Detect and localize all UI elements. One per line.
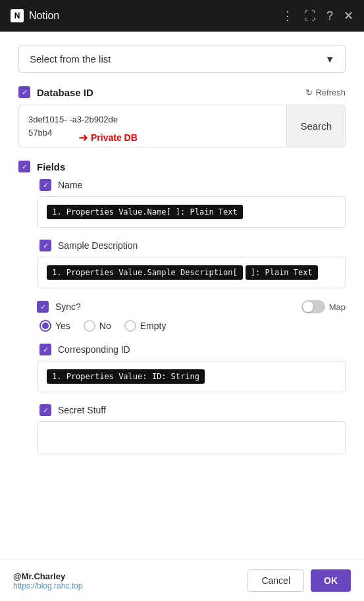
footer: @Mr.Charley https://blog.rahc.top Cancel… bbox=[0, 560, 364, 601]
sample-desc-label: Sample Description bbox=[58, 240, 138, 251]
sync-toggle[interactable] bbox=[301, 300, 325, 313]
db-id-part1: 3def1015- bbox=[28, 115, 67, 124]
database-id-left: ✓ Database ID bbox=[18, 86, 93, 98]
name-label: Name bbox=[58, 180, 82, 190]
title-bar: N Notion ⋮ ⛶ ? ✕ bbox=[0, 0, 364, 32]
db-id-part2: -a3-2b902de bbox=[69, 115, 118, 124]
corresponding-id-label: Corresponding ID bbox=[58, 344, 130, 355]
map-label: Map bbox=[329, 302, 346, 312]
credit-name: @Mr.Charley bbox=[13, 571, 82, 581]
title-bar-left: N Notion bbox=[11, 9, 59, 22]
database-id-section-header: ✓ Database ID ↻ Refresh bbox=[18, 86, 346, 98]
credit-link[interactable]: https://blog.rahc.top bbox=[13, 581, 82, 590]
footer-buttons: Cancel OK bbox=[247, 569, 351, 592]
database-id-checkbox[interactable]: ✓ bbox=[18, 86, 30, 98]
arrow-icon: ➜ bbox=[78, 129, 88, 147]
secret-stuff-label: Secret Stuff bbox=[58, 405, 106, 415]
secret-stuff-field-block: ✓ Secret Stuff bbox=[37, 404, 346, 454]
private-db-label: Private DB bbox=[91, 131, 138, 145]
sample-desc-code-area[interactable]: 1. Properties Value.Sample Description[ … bbox=[37, 257, 346, 288]
fields-label: Fields bbox=[37, 161, 65, 172]
search-button[interactable]: Search bbox=[286, 105, 345, 147]
main-content: Select from the list ▼ ✓ Database ID ↻ R… bbox=[0, 32, 364, 560]
db-id-part3: 57bb4 bbox=[28, 128, 52, 138]
sample-desc-code-pill-2: ]: Plain Text bbox=[246, 265, 318, 280]
sync-radio-group: Yes No Empty bbox=[37, 320, 346, 332]
sample-description-field-block: ✓ Sample Description 1. Properties Value… bbox=[37, 240, 346, 288]
name-checkbox[interactable]: ✓ bbox=[39, 179, 51, 191]
name-code-area[interactable]: 1. Properties Value.Name[ ]: Plain Text bbox=[37, 196, 346, 228]
radio-empty-label: Empty bbox=[140, 321, 167, 331]
sync-left: ✓ Sync? bbox=[37, 301, 81, 313]
secret-stuff-field-header: ✓ Secret Stuff bbox=[39, 404, 346, 416]
corresponding-id-code-area[interactable]: 1. Properties Value: ID: String bbox=[37, 361, 346, 392]
sync-checkbox[interactable]: ✓ bbox=[37, 301, 49, 313]
refresh-button[interactable]: ↻ Refresh bbox=[305, 88, 346, 97]
radio-yes-circle bbox=[39, 320, 51, 332]
name-field-block: ✓ Name 1. Properties Value.Name[ ]: Plai… bbox=[37, 179, 346, 228]
radio-empty[interactable]: Empty bbox=[124, 320, 167, 332]
sample-desc-code-pill-1: 1. Properties Value.Sample Description[ bbox=[47, 265, 243, 280]
sample-desc-field-header: ✓ Sample Description bbox=[39, 240, 346, 251]
select-placeholder: Select from the list bbox=[30, 53, 111, 65]
radio-no-label: No bbox=[99, 321, 111, 331]
radio-yes[interactable]: Yes bbox=[39, 320, 70, 332]
sync-label: Sync? bbox=[55, 301, 81, 312]
expand-icon[interactable]: ⛶ bbox=[304, 9, 316, 23]
corresponding-id-checkbox[interactable]: ✓ bbox=[39, 344, 51, 355]
corresponding-id-field-header: ✓ Corresponding ID bbox=[39, 344, 346, 355]
private-db-badge: ➜ Private DB bbox=[78, 129, 138, 147]
database-id-container: 3def1015- -a3-2b902de 57bb4 ➜ Private DB… bbox=[18, 105, 346, 147]
toggle-map-group: Map bbox=[301, 300, 346, 313]
corresponding-id-field-block: ✓ Corresponding ID 1. Properties Value: … bbox=[37, 344, 346, 392]
notion-icon: N bbox=[11, 9, 24, 22]
title-bar-actions: ⋮ ⛶ ? ✕ bbox=[282, 9, 353, 23]
cancel-button[interactable]: Cancel bbox=[247, 569, 304, 592]
refresh-icon: ↻ bbox=[305, 88, 313, 97]
database-id-text[interactable]: 3def1015- -a3-2b902de 57bb4 ➜ Private DB bbox=[19, 105, 286, 147]
secret-stuff-empty-area[interactable] bbox=[37, 421, 346, 454]
sync-field-block: ✓ Sync? Map Yes No bbox=[37, 300, 346, 332]
radio-yes-label: Yes bbox=[55, 321, 70, 331]
toggle-knob bbox=[303, 301, 313, 312]
fields-section-header: ✓ Fields bbox=[18, 161, 346, 172]
menu-icon[interactable]: ⋮ bbox=[282, 9, 294, 23]
radio-empty-circle bbox=[124, 320, 136, 332]
sync-header: ✓ Sync? Map bbox=[37, 300, 346, 313]
name-field-header: ✓ Name bbox=[39, 179, 346, 191]
fields-checkbox[interactable]: ✓ bbox=[18, 161, 30, 172]
chevron-down-icon: ▼ bbox=[325, 54, 334, 65]
name-code-pill: 1. Properties Value.Name[ ]: Plain Text bbox=[47, 205, 243, 219]
ok-button[interactable]: OK bbox=[311, 569, 351, 592]
fields-section: ✓ Fields ✓ Name 1. Properties Value.Name… bbox=[18, 161, 346, 454]
database-id-label: Database ID bbox=[37, 87, 93, 98]
close-icon[interactable]: ✕ bbox=[344, 9, 353, 23]
sample-desc-checkbox[interactable]: ✓ bbox=[39, 240, 51, 251]
help-icon[interactable]: ? bbox=[326, 9, 333, 23]
app-title: Notion bbox=[29, 10, 59, 22]
secret-stuff-checkbox[interactable]: ✓ bbox=[39, 404, 51, 416]
radio-no[interactable]: No bbox=[84, 320, 111, 332]
footer-credit: @Mr.Charley https://blog.rahc.top bbox=[13, 571, 82, 590]
corresponding-id-code-pill: 1. Properties Value: ID: String bbox=[47, 369, 205, 384]
radio-no-circle bbox=[84, 320, 95, 332]
select-dropdown[interactable]: Select from the list ▼ bbox=[18, 45, 346, 73]
